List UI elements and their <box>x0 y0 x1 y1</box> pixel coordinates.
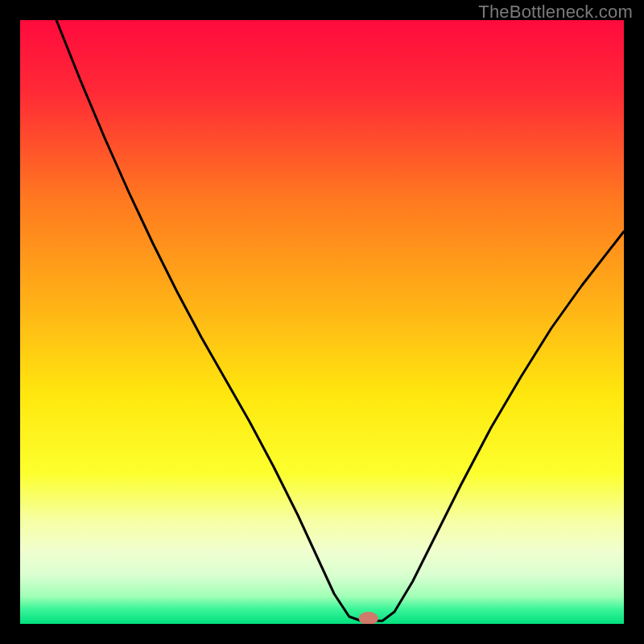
plot-area <box>20 20 624 624</box>
watermark-text: TheBottleneck.com <box>478 2 633 23</box>
gradient-bg <box>20 20 624 624</box>
chart-frame: TheBottleneck.com <box>0 0 644 644</box>
chart-svg <box>20 20 624 624</box>
